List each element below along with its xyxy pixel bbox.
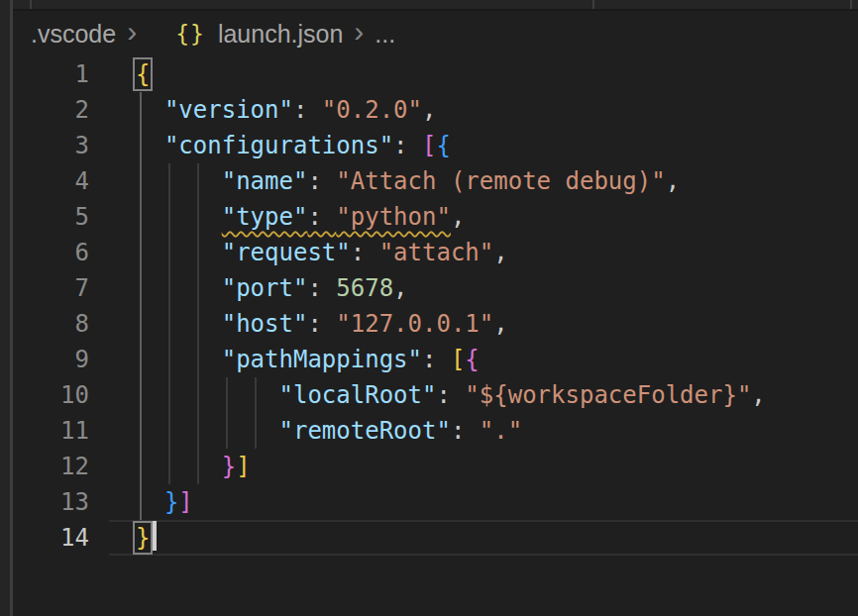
breadcrumb: .vscode › {} launch.json › ...: [13, 11, 858, 56]
token: "python": [336, 203, 451, 231]
token: ]: [236, 453, 250, 480]
breadcrumb-item-symbols[interactable]: ...: [375, 20, 395, 49]
code-line[interactable]: "remoteRoot": ".": [136, 413, 858, 449]
token: :: [351, 239, 379, 266]
token: :: [307, 274, 336, 302]
breadcrumb-item-vscode[interactable]: .vscode: [31, 20, 116, 49]
token: "0.2.0": [322, 96, 422, 124]
code-line[interactable]: {: [136, 56, 858, 92]
tab-separator: [592, 0, 594, 9]
code-line[interactable]: "name": "Attach (remote debug)",: [136, 163, 858, 199]
token: "Attach (remote debug)": [336, 167, 665, 195]
line-number[interactable]: 13: [13, 484, 89, 520]
code-text: "version": "0.2.0",: [136, 92, 436, 128]
indent-guide: [140, 413, 142, 449]
line-number[interactable]: 10: [13, 377, 89, 413]
token: "version": [164, 96, 293, 124]
indent-guide: [140, 270, 142, 306]
line-number[interactable]: 11: [13, 413, 89, 449]
token: "remoteRoot": [278, 417, 450, 445]
indent-guide: [197, 413, 199, 449]
token: ]: [178, 488, 192, 516]
token: ,: [451, 203, 465, 231]
line-number[interactable]: 9: [13, 342, 89, 377]
code-line[interactable]: "type": "python",: [136, 199, 858, 235]
code-text: "host": "127.0.0.1",: [136, 306, 508, 342]
code-text: "configurations": [{: [136, 128, 451, 163]
indent-guide: [140, 163, 142, 199]
bracket-match-box: }: [136, 524, 150, 552]
chevron-right-icon: ›: [354, 17, 364, 47]
line-number[interactable]: 2: [13, 92, 89, 128]
token: "host": [222, 310, 308, 338]
indent-guide: [168, 449, 170, 484]
line-number[interactable]: 3: [13, 128, 89, 163]
token: "configurations": [164, 132, 393, 159]
indent-guide: [168, 342, 170, 377]
token: 5678: [336, 274, 393, 302]
code-line[interactable]: "version": "0.2.0",: [136, 92, 858, 128]
code-line[interactable]: "configurations": [{: [136, 128, 858, 163]
indent-guide: [197, 199, 199, 235]
token: "pathMappings": [222, 346, 422, 373]
line-number[interactable]: 5: [13, 199, 89, 235]
line-number[interactable]: 7: [13, 270, 89, 306]
code-text: "remoteRoot": ".": [136, 413, 522, 449]
indent-guide: [197, 342, 199, 377]
indent-guide: [168, 235, 170, 270]
token: {: [465, 346, 479, 373]
indent-guide: [197, 235, 199, 270]
indent-guide: [168, 270, 170, 306]
token: "${workspaceFolder}": [465, 381, 751, 409]
code-line[interactable]: }]: [136, 484, 858, 520]
line-number[interactable]: 6: [13, 235, 89, 270]
token: "port": [222, 274, 308, 302]
indent-guide: [255, 377, 257, 413]
code-line[interactable]: "localRoot": "${workspaceFolder}",: [136, 377, 858, 413]
code-text: "localRoot": "${workspaceFolder}",: [136, 377, 766, 413]
indent-guide: [197, 163, 199, 199]
indent-guide: [168, 306, 170, 342]
token: ".": [480, 417, 522, 445]
token: "type": [222, 203, 308, 231]
code-area[interactable]: {"version": "0.2.0","configurations": [{…: [136, 56, 858, 556]
code-line[interactable]: }: [136, 520, 858, 556]
code-line[interactable]: "pathMappings": [{: [136, 342, 858, 377]
line-number[interactable]: 1: [13, 56, 89, 92]
bracket-match-box: {: [136, 60, 150, 88]
line-number[interactable]: 12: [13, 449, 89, 484]
indent-guide: [140, 128, 142, 163]
token: :: [293, 96, 322, 124]
indent-guide: [168, 377, 170, 413]
token: ,: [422, 96, 436, 124]
token: ,: [493, 310, 507, 338]
indent-guide: [140, 235, 142, 270]
token: :: [451, 417, 480, 445]
json-braces-icon: {}: [175, 21, 205, 47]
line-number[interactable]: 8: [13, 306, 89, 342]
code-line[interactable]: "port": 5678,: [136, 270, 858, 306]
tab-bar: [13, 0, 858, 11]
code-line[interactable]: }]: [136, 449, 858, 484]
line-number[interactable]: 14: [13, 520, 89, 556]
token: :: [307, 310, 336, 338]
token: ,: [751, 381, 765, 409]
code-text: }: [136, 520, 157, 556]
line-number[interactable]: 4: [13, 163, 89, 199]
indent-guide: [197, 377, 199, 413]
token: ,: [493, 239, 507, 266]
chevron-right-icon: ›: [127, 17, 137, 47]
breadcrumb-item-launch-json[interactable]: launch.json: [218, 20, 343, 49]
code-line[interactable]: "host": "127.0.0.1",: [136, 306, 858, 342]
token: "name": [222, 167, 308, 195]
token: :: [436, 381, 465, 409]
indent-guide: [140, 342, 142, 377]
indent-guide: [168, 199, 170, 235]
code-text: "pathMappings": [{: [136, 342, 480, 377]
indent-guide: [140, 377, 142, 413]
code-line[interactable]: "request": "attach",: [136, 235, 858, 270]
indent-guide: [168, 163, 170, 199]
indent-guide: [226, 377, 228, 413]
token: :: [307, 203, 336, 231]
token: "request": [222, 239, 351, 266]
